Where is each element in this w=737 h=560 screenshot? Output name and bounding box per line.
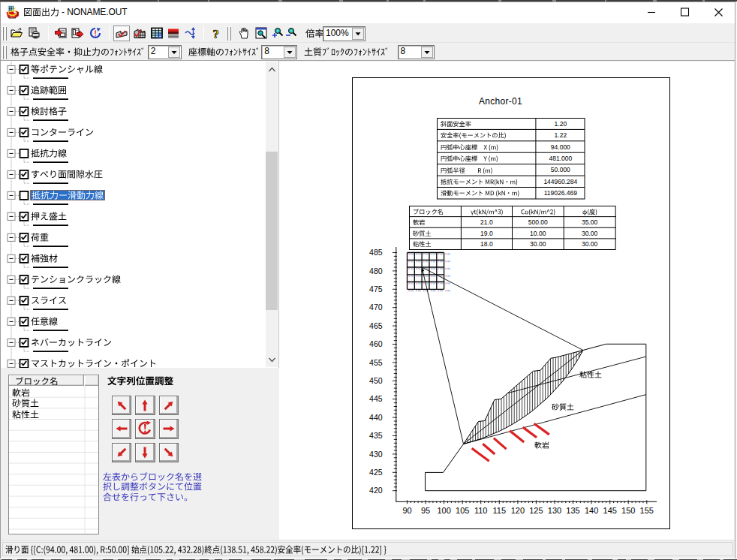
svg-text:465: 465 — [369, 321, 383, 330]
svg-text:450: 450 — [369, 376, 383, 385]
svg-text:115: 115 — [493, 506, 507, 515]
svg-text:485: 485 — [369, 248, 383, 257]
svg-text:140: 140 — [585, 506, 598, 515]
svg-text:480: 480 — [369, 266, 383, 275]
svg-text:125: 125 — [529, 506, 543, 515]
svg-text:130: 130 — [548, 506, 561, 515]
svg-text:?: ? — [213, 27, 220, 39]
svg-text:455: 455 — [369, 358, 383, 367]
svg-text:D: D — [157, 32, 162, 39]
svg-text:470: 470 — [369, 303, 383, 312]
svg-text:420: 420 — [369, 486, 383, 495]
svg-text:95: 95 — [421, 506, 430, 515]
svg-text:110: 110 — [474, 506, 488, 515]
svg-text:105: 105 — [456, 506, 469, 515]
svg-text:150: 150 — [621, 506, 635, 515]
svg-text:440: 440 — [369, 413, 383, 422]
svg-text:445: 445 — [369, 394, 383, 403]
svg-text:435: 435 — [369, 431, 383, 440]
svg-text:145: 145 — [603, 506, 617, 515]
svg-text:460: 460 — [369, 339, 383, 348]
svg-text:425: 425 — [369, 468, 383, 477]
svg-text:120: 120 — [511, 506, 525, 515]
svg-text:100: 100 — [437, 506, 450, 515]
svg-text:155: 155 — [640, 506, 654, 515]
svg-text:90: 90 — [402, 506, 411, 515]
svg-text:135: 135 — [566, 506, 579, 515]
svg-text:430: 430 — [369, 450, 383, 459]
svg-text:475: 475 — [369, 285, 383, 294]
